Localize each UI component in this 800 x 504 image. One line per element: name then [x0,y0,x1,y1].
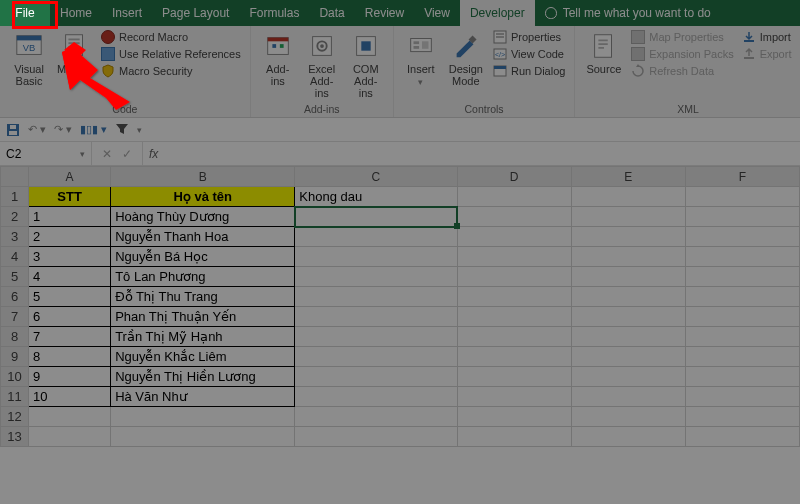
export-button[interactable]: Export [739,46,795,62]
cell[interactable] [457,227,571,247]
undo-icon[interactable]: ↶ ▾ [28,123,46,136]
cell[interactable]: STT [29,187,111,207]
cell[interactable] [685,327,799,347]
cell[interactable]: Hoàng Thùy Dương [111,207,295,227]
cell[interactable] [295,287,457,307]
row-header[interactable]: 1 [1,187,29,207]
cell[interactable]: 10 [29,387,111,407]
cell[interactable]: 1 [29,207,111,227]
cell[interactable] [685,427,799,447]
tab-formulas[interactable]: Formulas [239,0,309,26]
cell[interactable]: 4 [29,267,111,287]
chevron-down-icon[interactable]: ▾ [80,149,85,159]
name-box[interactable]: ▾ [0,142,92,165]
cell[interactable]: 3 [29,247,111,267]
cell[interactable] [571,187,685,207]
tab-data[interactable]: Data [309,0,354,26]
col-header[interactable]: C [295,167,457,187]
chart-icon[interactable]: ▮▯▮ ▾ [80,123,107,136]
cell[interactable] [685,287,799,307]
col-header[interactable]: D [457,167,571,187]
qat-more-icon[interactable]: ▾ [137,125,142,135]
cell[interactable]: 9 [29,367,111,387]
expansion-packs-button[interactable]: Expansion Packs [628,46,736,62]
cell[interactable] [457,287,571,307]
cell[interactable] [571,347,685,367]
row-header[interactable]: 11 [1,387,29,407]
cell[interactable] [685,267,799,287]
cell[interactable]: Hà Văn Như [111,387,295,407]
cell[interactable]: 2 [29,227,111,247]
cell[interactable] [457,207,571,227]
cell[interactable] [685,387,799,407]
cell[interactable] [457,327,571,347]
row-header[interactable]: 3 [1,227,29,247]
select-all-corner[interactable] [1,167,29,187]
col-header[interactable]: E [571,167,685,187]
tab-view[interactable]: View [414,0,460,26]
cell[interactable]: Trần Thị Mỹ Hạnh [111,327,295,347]
cell[interactable] [571,227,685,247]
row-header[interactable]: 9 [1,347,29,367]
fx-label[interactable]: fx [143,142,164,165]
cell[interactable]: Khong dau [295,187,457,207]
formula-input[interactable] [164,142,800,165]
cell[interactable] [685,367,799,387]
cell[interactable] [457,387,571,407]
cell[interactable] [457,247,571,267]
redo-icon[interactable]: ↷ ▾ [54,123,72,136]
cell[interactable] [295,207,457,227]
cell[interactable] [111,407,295,427]
cell[interactable] [685,307,799,327]
cell[interactable] [571,367,685,387]
cell[interactable]: 7 [29,327,111,347]
cell[interactable] [685,347,799,367]
cell[interactable]: Họ và tên [111,187,295,207]
cell[interactable]: Nguyễn Khắc Liêm [111,347,295,367]
cell[interactable]: Đỗ Thị Thu Trang [111,287,295,307]
run-dialog-button[interactable]: Run Dialog [490,63,568,79]
cell[interactable] [295,427,457,447]
cell[interactable] [571,427,685,447]
cell[interactable] [571,207,685,227]
design-mode-button[interactable]: Design Mode [444,29,488,101]
cell[interactable] [295,407,457,427]
cell[interactable] [295,247,457,267]
cell[interactable] [295,227,457,247]
name-box-input[interactable] [6,147,66,161]
cell[interactable] [457,407,571,427]
col-header[interactable]: F [685,167,799,187]
cell[interactable] [457,427,571,447]
cell[interactable] [685,207,799,227]
cell[interactable]: 6 [29,307,111,327]
addins-button[interactable]: Add- ins [257,29,299,101]
col-header[interactable]: A [29,167,111,187]
tell-me[interactable]: Tell me what you want to do [535,0,721,26]
cell[interactable] [457,307,571,327]
cell[interactable]: Nguyễn Bá Học [111,247,295,267]
col-header[interactable]: B [111,167,295,187]
map-properties-button[interactable]: Map Properties [628,29,736,45]
properties-button[interactable]: Properties [490,29,568,45]
cell[interactable] [295,347,457,367]
cell[interactable] [571,407,685,427]
cell[interactable]: Nguyễn Thị Hiền Lương [111,367,295,387]
cell[interactable] [111,427,295,447]
cell[interactable] [571,327,685,347]
row-header[interactable]: 6 [1,287,29,307]
cell[interactable] [457,367,571,387]
cell[interactable] [29,407,111,427]
visual-basic-button[interactable]: VB Visual Basic [6,29,52,101]
enter-icon[interactable]: ✓ [122,147,132,161]
row-header[interactable]: 2 [1,207,29,227]
cell[interactable] [295,307,457,327]
row-header[interactable]: 4 [1,247,29,267]
cell[interactable] [685,407,799,427]
cell[interactable] [685,227,799,247]
row-header[interactable]: 13 [1,427,29,447]
cell[interactable] [571,307,685,327]
spreadsheet-grid[interactable]: A B C D E F 1STTHọ và tênKhong dau21Hoàn… [0,166,800,447]
cell[interactable] [295,367,457,387]
view-code-button[interactable]: </>View Code [490,46,568,62]
cell[interactable] [295,387,457,407]
